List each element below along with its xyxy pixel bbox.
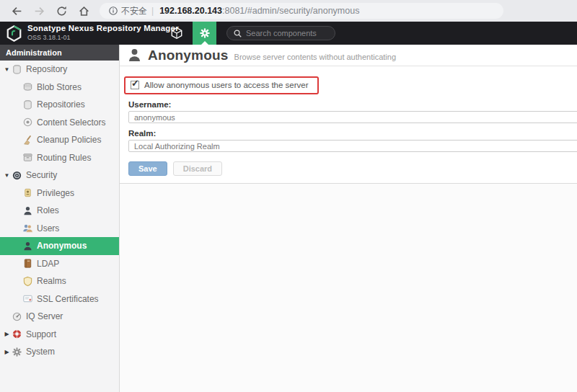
sidebar-item-label: Privileges bbox=[37, 188, 74, 198]
page-title: Anonymous bbox=[148, 48, 229, 63]
chevron-right-icon: ▶ bbox=[2, 331, 12, 337]
sidebar-item-content-selectors[interactable]: Content Selectors bbox=[0, 114, 119, 132]
content-selectors-icon bbox=[22, 117, 33, 128]
browser-toolbar: 不安全 | 192.168.20.143:8081/#admin/securit… bbox=[0, 0, 577, 22]
forward-icon[interactable] bbox=[33, 5, 45, 17]
omnibox-divider: | bbox=[151, 6, 154, 16]
allow-anonymous-checkbox[interactable]: ✓ bbox=[131, 81, 139, 89]
cleanup-policies-icon bbox=[22, 135, 33, 146]
sidebar-item-label: Repository bbox=[26, 64, 67, 74]
url-host: 192.168.20.143 bbox=[159, 6, 222, 16]
sidebar-item-label: Users bbox=[37, 223, 59, 233]
sidebar-item-label: Roles bbox=[37, 205, 59, 215]
anonymous-person-icon bbox=[127, 48, 142, 63]
sidebar-item-repositories[interactable]: Repositories bbox=[0, 96, 119, 114]
sidebar-item-anonymous[interactable]: Anonymous bbox=[0, 237, 119, 255]
save-button[interactable]: Save bbox=[128, 161, 167, 176]
admin-gear-tab[interactable] bbox=[193, 22, 216, 45]
admin-sidebar: Administration ▼ Repository Blob Stores … bbox=[0, 45, 120, 392]
sidebar-item-ssl-certificates[interactable]: SSL Certificates bbox=[0, 290, 119, 308]
sidebar-item-label: Support bbox=[26, 329, 56, 339]
page-header: Anonymous Browse server contents without… bbox=[120, 45, 577, 66]
refresh-icon[interactable] bbox=[56, 5, 68, 17]
realms-shield-icon bbox=[22, 276, 33, 287]
chevron-down-icon: ▼ bbox=[2, 66, 12, 73]
app-header: Sonatype Nexus Repository Manager OSS 3.… bbox=[0, 22, 577, 45]
repositories-icon bbox=[22, 99, 33, 110]
realm-field[interactable] bbox=[128, 140, 577, 152]
active-tab-caret bbox=[201, 41, 208, 45]
sidebar-item-label: Cleanup Policies bbox=[37, 135, 101, 145]
database-icon bbox=[12, 64, 22, 75]
sidebar-item-privileges[interactable]: Privileges bbox=[0, 184, 119, 202]
address-bar[interactable]: 不安全 | 192.168.20.143:8081/#admin/securit… bbox=[100, 3, 503, 19]
sidebar-item-iq-server[interactable]: IQ Server bbox=[0, 308, 119, 326]
sidebar-item-repository[interactable]: ▼ Repository bbox=[0, 61, 119, 79]
not-secure-info-icon bbox=[108, 6, 118, 16]
checkmark-icon: ✓ bbox=[131, 78, 139, 89]
system-gear-icon bbox=[12, 347, 22, 357]
app-title: Sonatype Nexus Repository Manager bbox=[27, 24, 179, 32]
sidebar-item-realms[interactable]: Realms bbox=[0, 272, 119, 290]
search-input[interactable] bbox=[246, 29, 325, 37]
browse-cube-icon[interactable] bbox=[170, 27, 183, 40]
annotation-red-box: ✓ Allow anonymous users to access the se… bbox=[124, 76, 319, 94]
form-buttons: Save Discard bbox=[128, 161, 577, 176]
privileges-icon bbox=[22, 187, 33, 198]
users-icon bbox=[22, 223, 33, 233]
sidebar-section-title: Administration bbox=[0, 45, 119, 61]
brand-block: Sonatype Nexus Repository Manager OSS 3.… bbox=[27, 24, 179, 41]
search-icon bbox=[233, 29, 242, 38]
sidebar-item-label: SSL Certificates bbox=[37, 294, 99, 304]
app-version: OSS 3.18.1-01 bbox=[27, 34, 179, 41]
ldap-book-icon bbox=[22, 258, 33, 269]
blob-stores-icon bbox=[22, 81, 33, 92]
sidebar-item-label: LDAP bbox=[37, 259, 59, 269]
sidebar-item-roles[interactable]: Roles bbox=[0, 202, 119, 220]
security-badge-icon bbox=[12, 170, 22, 181]
sidebar-item-users[interactable]: Users bbox=[0, 220, 119, 238]
page-subtitle: Browse server contents without authentic… bbox=[234, 53, 396, 61]
support-lifebuoy-icon bbox=[12, 329, 22, 339]
main-content: Anonymous Browse server contents without… bbox=[120, 45, 577, 392]
sidebar-item-system[interactable]: ▶ System bbox=[0, 343, 119, 361]
content-background bbox=[120, 184, 577, 392]
discard-button[interactable]: Discard bbox=[173, 161, 222, 176]
sidebar-item-label: System bbox=[26, 347, 55, 357]
anonymous-settings-form: ✓ Allow anonymous users to access the se… bbox=[120, 66, 577, 184]
sidebar-item-label: Repositories bbox=[37, 99, 85, 110]
url-path: :8081/#admin/security/anonymous bbox=[222, 6, 359, 16]
sidebar-item-label: Anonymous bbox=[37, 241, 87, 251]
back-icon[interactable] bbox=[11, 5, 23, 17]
gear-icon bbox=[199, 27, 211, 39]
sidebar-item-label: Realms bbox=[37, 276, 66, 286]
sidebar-item-label: IQ Server bbox=[26, 311, 63, 321]
routing-rules-icon bbox=[22, 152, 33, 163]
iq-server-icon bbox=[12, 311, 22, 322]
username-label: Username: bbox=[128, 100, 577, 109]
sidebar-item-support[interactable]: ▶ Support bbox=[0, 326, 119, 344]
sidebar-item-routing-rules[interactable]: Routing Rules bbox=[0, 149, 119, 167]
chevron-down-icon: ▼ bbox=[2, 172, 12, 179]
sidebar-item-label: Routing Rules bbox=[37, 153, 91, 163]
ssl-certificate-icon bbox=[22, 293, 33, 304]
not-secure-label: 不安全 bbox=[121, 5, 147, 17]
anonymous-person-icon bbox=[22, 241, 33, 251]
sidebar-item-security[interactable]: ▼ Security bbox=[0, 166, 119, 184]
sidebar-item-label: Blob Stores bbox=[37, 82, 82, 92]
nexus-hexagon-logo[interactable] bbox=[5, 24, 23, 43]
home-icon[interactable] bbox=[78, 5, 90, 17]
chevron-right-icon: ▶ bbox=[2, 349, 12, 355]
sidebar-item-ldap[interactable]: LDAP bbox=[0, 255, 119, 273]
realm-label: Realm: bbox=[128, 129, 577, 138]
search-box[interactable] bbox=[226, 26, 335, 40]
sidebar-item-label: Content Selectors bbox=[37, 117, 105, 128]
sidebar-item-blob-stores[interactable]: Blob Stores bbox=[0, 79, 119, 97]
sidebar-item-label: Security bbox=[26, 170, 57, 180]
allow-anonymous-label: Allow anonymous users to access the serv… bbox=[144, 81, 309, 89]
roles-icon bbox=[22, 205, 33, 216]
sidebar-item-cleanup-policies[interactable]: Cleanup Policies bbox=[0, 131, 119, 149]
username-field[interactable] bbox=[128, 111, 577, 123]
